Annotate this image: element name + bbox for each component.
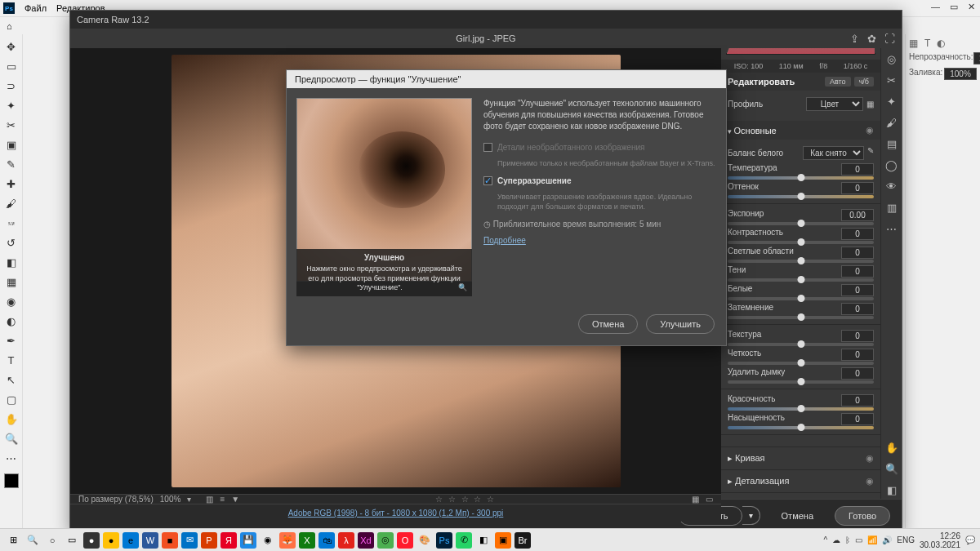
stamp-tool-icon[interactable]: ⎃ [2, 214, 20, 232]
slider-track[interactable] [728, 380, 874, 384]
blur-tool-icon[interactable]: ◉ [2, 292, 20, 310]
fill-value[interactable]: 100% [944, 68, 977, 80]
slider-thumb[interactable] [797, 174, 804, 181]
zoom-tool-icon[interactable]: 🔍 [2, 429, 20, 447]
slider-value[interactable]: 0 [841, 394, 874, 407]
dialog-enhance-button[interactable]: Улучшить [646, 314, 715, 334]
tb-save-icon[interactable]: 💾 [240, 532, 256, 549]
auto-button[interactable]: Авто [825, 77, 851, 87]
slider-value[interactable]: 0 [841, 247, 874, 259]
section-Смешение цветов[interactable]: ▸ Смешение цветов◉ [721, 492, 880, 499]
gradient-tool-icon[interactable]: ▦ [2, 273, 20, 291]
wand-tool-icon[interactable]: ✦ [2, 96, 20, 114]
slider-value[interactable]: 0 [841, 284, 874, 296]
slider-value[interactable]: 0 [841, 265, 874, 278]
preset-cr-icon[interactable]: ▥ [884, 202, 899, 216]
opacity-value[interactable]: 100% [973, 52, 980, 64]
hand-tool-icon[interactable]: ✋ [2, 410, 20, 428]
brush-cr-icon[interactable]: 🖌 [884, 117, 899, 131]
redeye-cr-icon[interactable]: 👁 [884, 180, 899, 195]
radial-cr-icon[interactable]: ◯ [884, 159, 899, 174]
slider-thumb[interactable] [797, 359, 804, 367]
tray-bt-icon[interactable]: ᛒ [845, 535, 850, 544]
slider-value[interactable]: 0 [841, 330, 874, 342]
lasso-tool-icon[interactable]: ⊃ [2, 77, 20, 95]
move-tool-icon[interactable]: ✥ [2, 38, 20, 56]
eye-icon[interactable]: ◉ [866, 453, 874, 464]
slider-value[interactable]: 0 [841, 413, 874, 425]
tb-mail-icon[interactable]: ✉ [181, 532, 198, 549]
slider-thumb[interactable] [797, 313, 804, 321]
tb-app3-icon[interactable]: ■ [162, 532, 178, 549]
slider-value[interactable]: 0 [841, 182, 874, 194]
slider-track[interactable] [728, 343, 874, 346]
tray-vol-icon[interactable]: 🔊 [882, 535, 892, 544]
dialog-cancel-button[interactable]: Отмена [578, 314, 638, 334]
slider-track[interactable] [728, 407, 874, 411]
slider-thumb[interactable] [797, 276, 804, 283]
tb-app2-icon[interactable]: ● [103, 532, 119, 549]
eyedropper-icon[interactable]: ✎ [867, 146, 874, 160]
gear-icon[interactable]: ✿ [867, 33, 876, 45]
slider-thumb[interactable] [797, 378, 804, 385]
tb-chrome-icon[interactable]: ◉ [260, 532, 276, 549]
slider-value[interactable]: 0 [841, 303, 874, 315]
tray-wifi-icon[interactable]: 📶 [867, 535, 877, 544]
slider-track[interactable] [728, 362, 874, 365]
wb-select[interactable]: Как снято [803, 146, 864, 160]
fullscreen-icon[interactable]: ⛶ [884, 33, 895, 45]
slider-track[interactable] [728, 241, 874, 244]
open-dropdown-icon[interactable]: ▾ [742, 506, 760, 525]
tray-cloud-icon[interactable]: ☁ [832, 535, 840, 544]
zoom-dropdown-icon[interactable]: ▾ [187, 495, 191, 504]
edit-tool-icon[interactable]: ◎ [884, 53, 899, 68]
tb-excel-icon[interactable]: X [299, 532, 315, 549]
bw-button[interactable]: ч/б [854, 77, 874, 87]
compare-icon[interactable]: ▥ [206, 495, 213, 504]
dodge-tool-icon[interactable]: ◐ [2, 312, 20, 330]
slider-value[interactable]: 0 [841, 228, 874, 240]
slider-thumb[interactable] [797, 295, 804, 302]
slider-track[interactable] [728, 426, 874, 429]
single-view-icon[interactable]: ▭ [706, 495, 713, 504]
filmstrip-icon[interactable]: ≡ [220, 495, 225, 504]
slider-track[interactable] [728, 278, 874, 282]
superres-checkbox[interactable] [483, 176, 492, 185]
slider-thumb[interactable] [797, 193, 804, 200]
section-Кривая[interactable]: ▸ Кривая◉ [721, 447, 880, 469]
tb-wa-icon[interactable]: ✆ [456, 532, 472, 549]
tray-up-icon[interactable]: ^ [824, 535, 828, 544]
cortana-icon[interactable]: ○ [44, 532, 60, 549]
tb-app4-icon[interactable]: ◧ [475, 532, 492, 549]
brush-tool-icon[interactable]: 🖌 [2, 194, 20, 212]
slider-thumb[interactable] [797, 424, 804, 431]
tb-xd-icon[interactable]: Xd [358, 532, 374, 549]
basic-header[interactable]: ▾ Основные ◉ [721, 121, 880, 140]
section-Детализация[interactable]: ▸ Детализация◉ [721, 469, 880, 492]
tray-notif-icon[interactable]: 💬 [965, 535, 975, 544]
tb-opera-icon[interactable]: O [397, 532, 413, 549]
minimize-icon[interactable]: — [931, 2, 940, 12]
grad-cr-icon[interactable]: ▤ [884, 138, 899, 153]
rating-stars[interactable]: ☆ ☆ ☆ ☆ ☆ [435, 495, 496, 504]
tb-store-icon[interactable]: 🛍 [318, 532, 335, 549]
slider-thumb[interactable] [797, 405, 804, 412]
maximize-icon[interactable]: ▭ [950, 2, 958, 12]
crop-tool-icon[interactable]: ✂ [2, 116, 20, 134]
slider-thumb[interactable] [797, 220, 804, 227]
eyedropper-tool-icon[interactable]: ✎ [2, 155, 20, 173]
tb-word-icon[interactable]: W [142, 532, 158, 549]
zoom-100[interactable]: 100% [160, 495, 181, 504]
swatches-icon[interactable]: ▦ [909, 38, 918, 49]
learn-more-link[interactable]: Подробнее [483, 235, 526, 247]
marquee-tool-icon[interactable]: ▭ [2, 57, 20, 75]
path-tool-icon[interactable]: ↖ [2, 371, 20, 389]
tb-firefox-icon[interactable]: 🦊 [279, 532, 296, 549]
slider-value[interactable]: 0.00 [841, 209, 874, 221]
slider-value[interactable]: 0 [841, 349, 874, 361]
tray-time[interactable]: 12:26 [920, 531, 960, 540]
type-tool-icon[interactable]: T [2, 351, 20, 369]
cr-info-link[interactable]: Adobe RGB (1998) - 8 бит - 1080 x 1080 (… [70, 504, 721, 522]
hand-cr-icon[interactable]: ✋ [884, 442, 899, 456]
done-button[interactable]: Готово [835, 506, 890, 526]
